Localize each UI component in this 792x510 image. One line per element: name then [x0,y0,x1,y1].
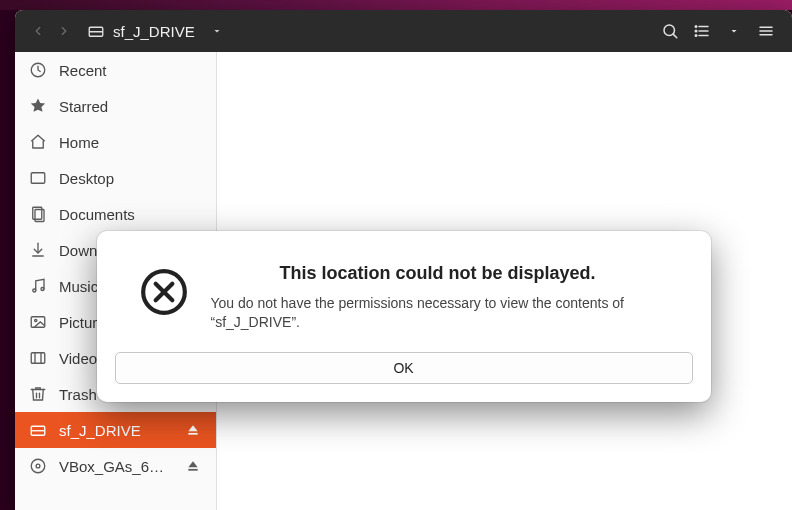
drive-icon [87,22,105,40]
sidebar-item-label: sf_J_DRIVE [59,422,172,439]
star-icon [29,97,47,115]
home-icon [29,133,47,151]
svg-rect-22 [31,353,45,364]
svg-line-3 [673,34,676,37]
dialog-message: You do not have the permissions necessar… [211,294,665,332]
svg-rect-27 [188,433,197,435]
sidebar-item-sf-j-drive[interactable]: sf_J_DRIVE [15,412,216,448]
desktop-icon [29,169,47,187]
svg-point-19 [41,288,44,291]
sidebar-item-desktop[interactable]: Desktop [15,160,216,196]
svg-point-28 [31,459,45,473]
trash-icon [29,385,47,403]
titlebar: sf_J_DRIVE [15,10,792,52]
svg-rect-14 [31,173,45,184]
ok-button[interactable]: OK [115,352,693,384]
sidebar-item-label: Documents [59,206,202,223]
sidebar-item-label: Starred [59,98,202,115]
svg-rect-20 [31,317,45,328]
sidebar-item-label: Home [59,134,202,151]
disc-icon [29,457,47,475]
forward-button[interactable] [51,18,77,44]
error-dialog: This location could not be displayed. Yo… [97,231,711,402]
svg-rect-30 [188,469,197,471]
search-button[interactable] [654,15,686,47]
location-bar[interactable]: sf_J_DRIVE [87,22,223,40]
recent-icon [29,61,47,79]
svg-point-18 [33,289,36,292]
documents-icon [29,205,47,223]
view-list-button[interactable] [686,15,718,47]
svg-point-8 [695,30,697,32]
music-icon [29,277,47,295]
sidebar-item-vbox-gas[interactable]: VBox_GAs_6… [15,448,216,484]
sidebar-item-home[interactable]: Home [15,124,216,160]
sidebar-item-recent[interactable]: Recent [15,52,216,88]
eject-icon[interactable] [184,421,202,439]
svg-point-9 [695,35,697,37]
svg-point-21 [35,319,37,321]
hamburger-menu-button[interactable] [750,15,782,47]
videos-icon [29,349,47,367]
sidebar-item-label: Recent [59,62,202,79]
location-text: sf_J_DRIVE [113,23,195,40]
pictures-icon [29,313,47,331]
chevron-down-icon [211,25,223,37]
file-manager-window: sf_J_DRIVE Recent [15,10,792,510]
svg-point-29 [36,464,40,468]
back-button[interactable] [25,18,51,44]
sidebar-item-documents[interactable]: Documents [15,196,216,232]
drive-icon [29,421,47,439]
sidebar-item-label: Desktop [59,170,202,187]
svg-point-7 [695,26,697,28]
desktop-background [0,0,792,10]
sidebar-item-starred[interactable]: Starred [15,88,216,124]
error-icon [139,267,189,317]
sidebar-item-label: VBox_GAs_6… [59,458,172,475]
downloads-icon [29,241,47,259]
eject-icon[interactable] [184,457,202,475]
dialog-title: This location could not be displayed. [211,263,665,284]
view-options-button[interactable] [718,15,750,47]
